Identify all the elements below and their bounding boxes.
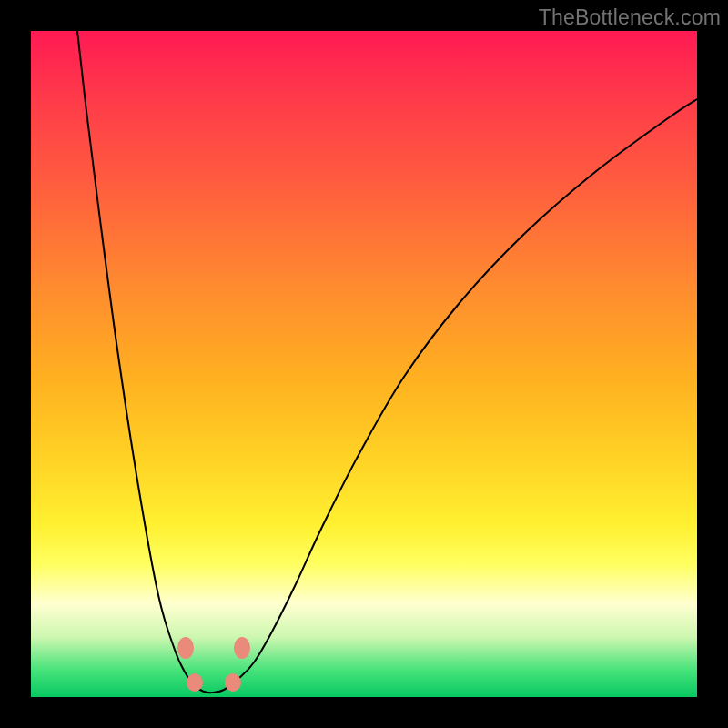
marker-point bbox=[225, 673, 241, 692]
marker-point bbox=[234, 637, 250, 659]
chart-svg bbox=[31, 31, 697, 697]
marker-point bbox=[177, 637, 194, 659]
outer-frame: TheBottleneck.com bbox=[0, 0, 728, 728]
bottleneck-curve bbox=[77, 31, 697, 693]
watermark-text: TheBottleneck.com bbox=[539, 5, 721, 30]
plot-area bbox=[31, 31, 697, 697]
marker-point bbox=[187, 673, 203, 692]
marker-group bbox=[177, 637, 250, 692]
